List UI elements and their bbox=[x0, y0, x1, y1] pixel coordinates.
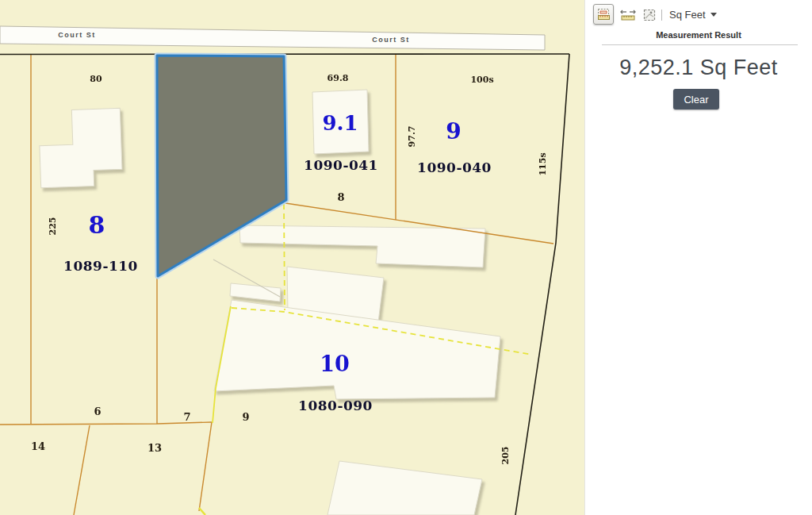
building-strip bbox=[239, 225, 485, 267]
lot-label-6: 6 bbox=[94, 406, 101, 417]
measurement-result-value: 9,252.1 Sq Feet bbox=[585, 56, 812, 80]
lot-label-14: 14 bbox=[31, 441, 45, 452]
dim-label-97-7: 97.7 bbox=[408, 126, 416, 148]
toolbar-separator bbox=[661, 10, 662, 21]
dim-label-115s: 115s bbox=[538, 152, 547, 175]
street-label-court-st-2: Court St bbox=[372, 37, 410, 44]
parcel-id-1090-041: 1090-041 bbox=[304, 159, 378, 172]
parcel-line bbox=[0, 422, 212, 425]
dim-label-205: 205 bbox=[501, 447, 510, 465]
parcel-id-1080-090: 1080-090 bbox=[298, 399, 373, 413]
lot-label-8: 8 bbox=[337, 192, 344, 202]
parcel-number-8: 8 bbox=[89, 213, 105, 237]
area-measure-button[interactable] bbox=[593, 4, 614, 25]
dim-label-69-8: 69.8 bbox=[327, 74, 349, 83]
dim-label-100s: 100s bbox=[470, 75, 493, 84]
clear-button[interactable]: Clear bbox=[673, 89, 719, 110]
parcel-line-yellow-dashed bbox=[284, 204, 285, 310]
parcel-id-1090-040: 1090-040 bbox=[417, 161, 492, 175]
lot-label-7: 7 bbox=[183, 412, 190, 422]
parcel-line-yellow-tip bbox=[199, 508, 205, 515]
area-measure-icon bbox=[597, 8, 611, 21]
dim-label-80: 80 bbox=[90, 75, 102, 83]
app-window: Court St Court St 80 69.8 100s 97.7 225 … bbox=[0, 0, 812, 515]
location-measure-button[interactable] bbox=[642, 8, 657, 22]
block-boundary-right bbox=[515, 54, 569, 515]
unit-dropdown-value: Sq Feet bbox=[669, 9, 706, 21]
building-small-left bbox=[230, 283, 281, 302]
dim-label-225: 225 bbox=[48, 217, 57, 236]
parcel-number-10: 10 bbox=[320, 353, 350, 375]
distance-measure-button[interactable] bbox=[619, 7, 637, 22]
unit-dropdown[interactable]: Sq Feet bbox=[669, 9, 717, 21]
lot-label-13: 13 bbox=[147, 443, 162, 453]
parcel-line bbox=[74, 425, 90, 515]
caret-down-icon bbox=[710, 13, 717, 17]
building-parcel8 bbox=[38, 108, 122, 188]
street-label-court-st-1: Court St bbox=[58, 32, 96, 39]
parcel-number-9: 9 bbox=[446, 121, 461, 143]
measurement-result-label: Measurement Result bbox=[585, 30, 812, 40]
measurement-panel: Sq Feet Measurement Result 9,252.1 Sq Fe… bbox=[584, 0, 812, 515]
parcel-line bbox=[199, 422, 212, 511]
parcel-id-1089-110: 1089-110 bbox=[63, 259, 138, 273]
parcel-number-9-1: 9.1 bbox=[322, 113, 358, 133]
parcel-map[interactable]: Court St Court St 80 69.8 100s 97.7 225 … bbox=[0, 0, 584, 515]
distance-measure-icon bbox=[620, 8, 636, 21]
location-measure-icon bbox=[643, 9, 656, 21]
lot-label-9: 9 bbox=[242, 412, 249, 422]
result-divider bbox=[602, 44, 798, 45]
building-bottom bbox=[327, 461, 482, 515]
